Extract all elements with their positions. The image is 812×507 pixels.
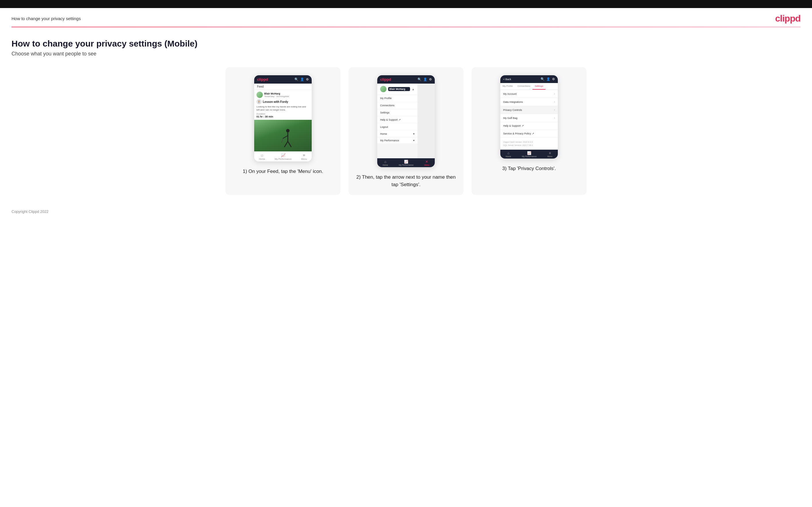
step-1-card: clippd 🔍 👤 ⚙ Feed Blair McHarg: [225, 67, 341, 195]
top-bar: [0, 0, 812, 8]
header-title: How to change your privacy settings: [11, 16, 81, 21]
phone3-icons: 🔍 👤 ⚙: [541, 77, 555, 81]
performance-section-label: My Performance: [380, 139, 399, 142]
svg-line-3: [288, 141, 291, 147]
performance2-label: My Performance: [399, 164, 413, 166]
phone-1-mockup: clippd 🔍 👤 ⚙ Feed Blair McHarg: [254, 75, 312, 161]
menu-settings: Settings: [377, 109, 417, 116]
my-account-label: My Account: [503, 93, 517, 95]
copyright: Copyright Clippd 2022: [11, 210, 49, 214]
phone2-arrow: ▲: [412, 88, 415, 91]
menu-connections: Connections: [377, 102, 417, 109]
phone3-bottom-nav: ⌂ Home 📈 My Performance ≡ Menu: [500, 150, 558, 159]
my-account-chevron: ›: [554, 92, 555, 95]
nav-performance: 📈 My Performance: [274, 153, 292, 160]
post-location: Yesterday · Sunningdale: [264, 95, 289, 98]
tab-settings: Settings: [532, 83, 546, 90]
settings-icon: ⚙: [306, 77, 309, 81]
step-2-caption: 2) Then, tap the arrow next to your name…: [354, 173, 458, 188]
phone2-bottom-nav: ⌂ Home 📈 My Performance ✕ Menu: [377, 158, 435, 167]
phone2-menu-area: Blair McHarg ▲ My Profile Connections Se…: [377, 83, 435, 158]
user3-icon: 👤: [546, 77, 550, 81]
home-chevron-icon: ▾: [413, 132, 415, 135]
duration-label: Duration: [256, 113, 309, 115]
privacy-controls-chevron: ›: [554, 108, 555, 111]
search-icon: 🔍: [295, 77, 299, 81]
header: How to change your privacy settings clip…: [0, 8, 812, 27]
lesson-row: 🏌 Lesson with Fordy: [256, 99, 309, 104]
tab-my-profile: My Profile: [500, 83, 515, 90]
nav-home: ⌂ Home: [259, 153, 265, 160]
back-button: < Back: [503, 78, 511, 81]
performance3-icon: 📈: [527, 151, 531, 155]
performance2-icon: 📈: [404, 160, 408, 164]
nav2-close: ✕ Menu: [424, 160, 429, 166]
tab-connections: Connections: [515, 83, 532, 90]
golf-image: [254, 120, 312, 151]
home3-icon: ⌂: [507, 151, 509, 155]
menu3-icon: ≡: [549, 151, 551, 155]
nav3-home: ⌂ Home: [506, 151, 511, 157]
home2-icon: ⌂: [384, 160, 386, 164]
home-label: Home: [259, 158, 265, 160]
menu-home-section: Home ▾: [377, 131, 417, 137]
menu-my-profile: My Profile: [377, 95, 417, 102]
nav3-performance: 📈 My Performance: [522, 151, 537, 157]
phone3-back-bar: < Back 🔍 👤 ⚙: [500, 75, 558, 83]
performance3-label: My Performance: [522, 155, 537, 157]
nav2-home: ⌂ Home: [383, 160, 388, 166]
main-content: How to change your privacy settings (Mob…: [0, 27, 812, 204]
step-2-card: clippd 🔍 👤 ⚙ Blair McHarg ▲: [349, 67, 463, 195]
performance-chevron-icon: ▾: [413, 139, 415, 142]
settings-help-support: Help & Support ↗: [500, 122, 558, 130]
phone2-username: Blair McHarg: [388, 87, 410, 91]
user-icon: 👤: [300, 77, 304, 81]
feed-tab: Feed: [254, 83, 312, 90]
phone1-post: Blair McHarg Yesterday · Sunningdale 🏌 L…: [254, 90, 312, 120]
phone1-bottom-nav: ⌂ Home 📈 My Performance ≡ Menu: [254, 151, 312, 161]
close-icon: ✕: [425, 160, 428, 164]
lesson-title: Lesson with Fordy: [263, 100, 288, 103]
phone2-avatar: [380, 86, 387, 92]
page-heading: How to change your privacy settings (Mob…: [11, 39, 801, 49]
svg-point-0: [286, 129, 290, 132]
settings-privacy-controls: Privacy Controls ›: [500, 106, 558, 114]
menu-help-support: Help & Support ↗: [377, 116, 417, 123]
home3-label: Home: [506, 155, 511, 157]
svg-line-4: [283, 135, 288, 138]
phone2-user-row: Blair McHarg ▲: [377, 83, 417, 95]
privacy-controls-label: Privacy Controls: [503, 109, 522, 111]
phone1-navbar: clippd 🔍 👤 ⚙: [254, 75, 312, 83]
post-header: Blair McHarg Yesterday · Sunningdale: [256, 92, 309, 98]
data-integrations-label: Data Integrations: [503, 101, 523, 103]
my-golf-bag-chevron: ›: [554, 116, 555, 119]
step-3-caption: 3) Tap 'Privacy Controls'.: [502, 165, 556, 172]
phone2-icons: 🔍 👤 ⚙: [417, 77, 432, 81]
phone1-logo: clippd: [257, 77, 268, 81]
lesson-desc: Looking to feel like my hands are exitin…: [256, 105, 309, 111]
step-1-caption: 1) On your Feed, tap the 'Menu' icon.: [243, 168, 323, 175]
nav3-menu: ≡ Menu: [548, 151, 553, 157]
svg-line-5: [282, 138, 283, 143]
phone2-dropdown: Blair McHarg ▲ My Profile Connections Se…: [377, 83, 417, 158]
phone3-tabs: My Profile Connections Settings: [500, 83, 558, 90]
logo: clippd: [775, 13, 801, 24]
settings-data-integrations: Data Integrations ›: [500, 98, 558, 106]
settings-my-account: My Account ›: [500, 90, 558, 98]
service-privacy-label: Service & Privacy Policy ↗: [503, 132, 534, 135]
home-section-label: Home: [380, 132, 387, 135]
home2-label: Home: [383, 164, 388, 166]
nav2-performance: 📈 My Performance: [399, 160, 413, 166]
phone2-navbar: clippd 🔍 👤 ⚙: [377, 75, 435, 83]
menu-overlay-bg: [417, 83, 435, 158]
svg-line-2: [285, 141, 288, 147]
golf-figure-svg: [282, 128, 295, 151]
step-3-card: < Back 🔍 👤 ⚙ My Profile Connections Sett…: [471, 67, 587, 195]
performance-icon: 📈: [281, 153, 286, 157]
version-info: Clippd Client Version: 2022.8.3-3GQL Ser…: [500, 137, 558, 150]
my-golf-bag-label: My Golf Bag: [503, 117, 517, 119]
user-icon: 👤: [423, 77, 427, 81]
settings-my-golf-bag: My Golf Bag ›: [500, 114, 558, 122]
data-integrations-chevron: ›: [554, 100, 555, 103]
lesson-icon: 🏌: [256, 99, 262, 104]
